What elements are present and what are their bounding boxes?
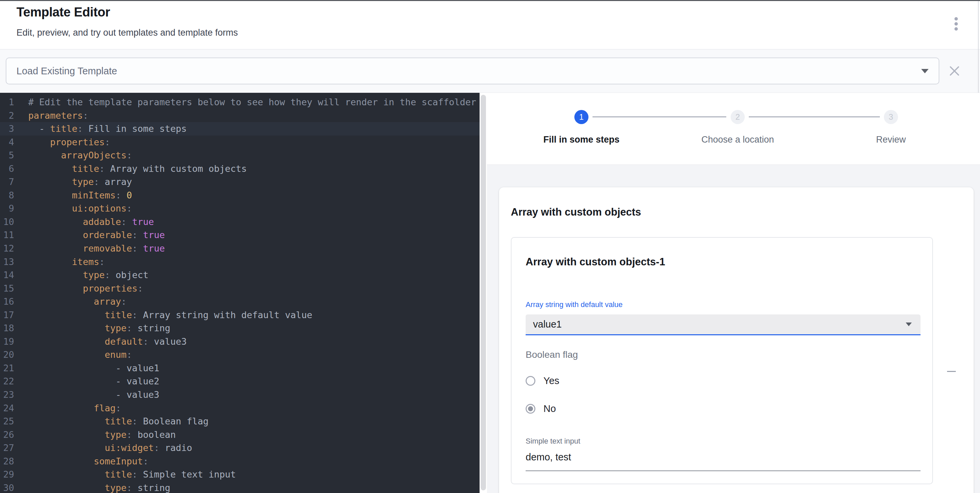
minus-icon (947, 371, 956, 372)
load-existing-template-select[interactable]: Load Existing Template (6, 57, 939, 85)
code-line: 19 default: value3 (0, 335, 480, 348)
line-number: 27 (0, 441, 14, 455)
array-item-title: Array with custom objects-1 (526, 256, 665, 268)
code-line: 12 removable: true (0, 242, 480, 255)
code-line: 7 type: array (0, 175, 480, 189)
step-number: 2 (735, 112, 740, 122)
line-number: 22 (0, 375, 14, 388)
editor-scrollbar-track (480, 93, 487, 493)
kebab-menu-icon (955, 27, 958, 30)
code-text: title: Array string with default value (28, 308, 312, 322)
line-number: 10 (0, 215, 14, 229)
code-text: enum: (28, 348, 132, 362)
code-line: 14 type: object (0, 268, 480, 282)
code-text: someInput: (28, 455, 148, 468)
step-indicator-2: 2 (731, 110, 745, 124)
step-number: 3 (889, 112, 893, 122)
line-number: 6 (0, 162, 14, 176)
page-subtitle: Edit, preview, and try out templates and… (16, 27, 238, 38)
radio-option-no[interactable]: No (526, 401, 556, 416)
code-line: 18 type: string (0, 321, 480, 335)
code-text: - value2 (28, 375, 159, 388)
line-number: 29 (0, 468, 14, 481)
code-line: 4 properties: (0, 136, 480, 149)
radio-checked-icon (526, 404, 535, 414)
array-string-select[interactable]: value1 (526, 314, 921, 335)
more-options-button[interactable] (945, 13, 967, 35)
code-text: ui:options: (28, 202, 132, 215)
line-number: 30 (0, 481, 14, 493)
line-number: 24 (0, 402, 14, 415)
code-line: 23 - value3 (0, 388, 480, 402)
code-line: 1# Edit the template parameters below to… (0, 96, 480, 109)
line-number: 11 (0, 228, 14, 242)
chevron-down-icon (906, 322, 912, 326)
code-text: title: Boolean flag (28, 415, 208, 428)
input-underline (526, 471, 921, 471)
close-icon (950, 66, 959, 76)
code-text: # Edit the template parameters below to … (28, 96, 476, 109)
line-number: 28 (0, 455, 14, 468)
line-number: 15 (0, 282, 14, 295)
code-text: type: string (28, 321, 170, 335)
code-text: default: value3 (28, 335, 186, 348)
code-text: arrayObjects: (28, 148, 132, 162)
clear-template-button[interactable] (942, 58, 967, 84)
stepper-connector (592, 116, 726, 117)
code-text: type: string (28, 481, 170, 493)
code-line: 13 items: (0, 255, 480, 269)
simple-text-input[interactable]: demo, test (526, 452, 571, 463)
step-label-3: Review (820, 134, 961, 145)
code-lines: 1# Edit the template parameters below to… (0, 93, 480, 493)
form-preview-area: Array with custom objects Array with cus… (487, 165, 980, 493)
code-line: 25 title: Boolean flag (0, 415, 480, 428)
code-text: type: array (28, 175, 132, 189)
step-indicator-1: 1 (574, 110, 589, 124)
radio-unchecked-icon (526, 376, 535, 386)
stepper: 1 2 3 Fill in some steps Choose a locati… (487, 93, 980, 165)
select-field-label: Array string with default value (526, 300, 623, 309)
remove-array-item-button[interactable] (943, 363, 959, 379)
code-text: - title: Fill in some steps (28, 122, 186, 136)
page-title: Template Editor (16, 5, 110, 19)
code-line: 26 type: boolean (0, 428, 480, 442)
code-line: 10 addable: true (0, 215, 480, 229)
code-text: items: (28, 255, 105, 269)
code-line: 29 title: Simple text input (0, 468, 480, 481)
template-load-bar: Load Existing Template (0, 49, 980, 93)
radio-option-label: No (543, 403, 556, 414)
array-item-card: Array with custom objects-1 Array string… (511, 237, 933, 484)
line-number: 12 (0, 242, 14, 255)
code-line: 15 properties: (0, 282, 480, 295)
line-number: 1 (0, 96, 14, 109)
step-label-2: Choose a location (667, 134, 808, 145)
window-top-edge (0, 0, 980, 1)
code-line: 9 ui:options: (0, 202, 480, 215)
code-text: title: Array with custom objects (28, 162, 247, 176)
code-text: type: boolean (28, 428, 176, 442)
line-number: 20 (0, 348, 14, 362)
code-text: parameters: (28, 109, 88, 123)
line-number: 4 (0, 136, 14, 149)
page-header: Template Editor Edit, preview, and try o… (0, 0, 980, 49)
code-text: title: Simple text input (28, 468, 236, 481)
radio-option-yes[interactable]: Yes (526, 373, 559, 388)
step-number: 1 (579, 112, 584, 122)
stepper-connector (749, 116, 880, 117)
line-number: 18 (0, 321, 14, 335)
line-number: 25 (0, 415, 14, 428)
kebab-menu-icon (955, 22, 958, 26)
line-number: 17 (0, 308, 14, 322)
line-number: 14 (0, 268, 14, 282)
editor-scrollbar-thumb[interactable] (480, 95, 486, 490)
code-editor[interactable]: 1# Edit the template parameters below to… (0, 93, 480, 493)
code-line: 21 - value1 (0, 362, 480, 375)
code-line: 5 arrayObjects: (0, 148, 480, 162)
code-text: properties: (28, 282, 143, 295)
code-line: 8 minItems: 0 (0, 189, 480, 202)
code-text: ui:widget: radio (28, 441, 192, 455)
line-number: 26 (0, 428, 14, 442)
section-heading: Array with custom objects (511, 206, 641, 218)
chevron-down-icon (921, 69, 929, 73)
code-line: 22 - value2 (0, 375, 480, 388)
